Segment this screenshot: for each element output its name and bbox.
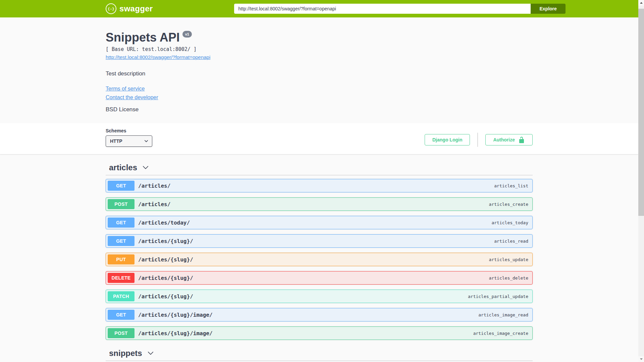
endpoint-row[interactable]: GET /articles/{slug}/ articles_read (106, 234, 533, 248)
operation-id: articles_create (489, 202, 528, 207)
endpoint-row[interactable]: PUT /articles/{slug}/ articles_update (106, 253, 533, 266)
swagger-logo-text: swagger (119, 4, 153, 13)
endpoint-row[interactable]: DELETE /articles/{slug}/ articles_delete (106, 271, 533, 285)
method-badge: PATCH (108, 291, 135, 301)
method-badge: GET (108, 236, 135, 246)
method-badge: DELETE (108, 273, 135, 283)
authorize-label: Authorize (493, 137, 515, 142)
section-header[interactable]: articles (106, 163, 533, 175)
endpoint-path: /articles/today/ (138, 220, 491, 226)
operation-id: articles_list (494, 183, 528, 188)
endpoint-path: /articles/ (138, 201, 489, 207)
endpoint-path: /articles/{slug}/ (138, 256, 489, 263)
swagger-logo-icon: {-} (106, 3, 116, 14)
base-url: [ Base URL: test.local:8002/ ] (106, 46, 533, 52)
sections: articles GET /articles/ articles_list PO… (106, 163, 533, 362)
django-login-button[interactable]: Django Login (425, 134, 470, 145)
operation-id: articles_image_create (473, 331, 528, 336)
spec-link[interactable]: http://test.local:8002/swagger/?format=o… (106, 54, 210, 60)
api-section: articles GET /articles/ articles_list PO… (106, 163, 533, 340)
section-header[interactable]: snippets (106, 349, 533, 361)
section-title: snippets (109, 349, 142, 358)
api-title: Snippets API (106, 32, 180, 44)
scrollbar-thumb[interactable] (638, 9, 644, 216)
endpoint-path: /articles/ (138, 183, 494, 189)
topbar: {-} swagger Explore (0, 0, 638, 17)
endpoint-row[interactable]: POST /articles/ articles_create (106, 197, 533, 211)
endpoint-row[interactable]: PATCH /articles/{slug}/ articles_partial… (106, 290, 533, 303)
contact-developer-link[interactable]: Contact the developer (106, 95, 158, 101)
arrow-down-icon (640, 358, 643, 360)
endpoint-path: /articles/{slug}/ (138, 293, 468, 300)
version-badge: v1 (182, 31, 192, 38)
endpoint-path: /articles/{slug}/ (138, 238, 494, 244)
authorize-button[interactable]: Authorize (485, 134, 533, 145)
django-login-label: Django Login (432, 137, 462, 142)
scrollbar[interactable] (638, 0, 644, 362)
endpoint-path: /articles/{slug}/ (138, 275, 489, 281)
operation-id: articles_read (494, 239, 528, 244)
endpoint-row[interactable]: GET /articles/{slug}/image/ articles_ima… (106, 308, 533, 321)
auth-separator (477, 133, 478, 147)
auth-wrapper: Django Login Authorize (425, 133, 533, 147)
swagger-logo: {-} swagger (106, 3, 153, 14)
scroll-up-arrow[interactable] (638, 0, 644, 6)
method-badge: PUT (108, 254, 135, 264)
swagger-page: {-} swagger Explore Snippets API v1 [ Ba… (0, 0, 638, 362)
terms-of-service-link[interactable]: Terms of service (106, 86, 145, 92)
endpoint-path: /articles/{slug}/image/ (138, 312, 478, 318)
scroll-down-arrow[interactable] (638, 356, 644, 362)
license-text: BSD License (106, 106, 533, 113)
chevron-down-icon (144, 139, 149, 143)
operation-id: articles_delete (489, 276, 528, 281)
arrow-up-icon (640, 2, 643, 4)
explore-button[interactable]: Explore (531, 4, 565, 14)
chevron-down-icon[interactable] (147, 350, 154, 357)
method-badge: POST (108, 199, 135, 209)
method-badge: GET (108, 310, 135, 320)
endpoint-path: /articles/{slug}/image/ (138, 330, 473, 337)
operation-id: articles_partial_update (468, 294, 528, 299)
section-title: articles (109, 163, 137, 172)
method-badge: GET (108, 181, 135, 191)
api-description: Test description (106, 70, 533, 77)
operations-list: GET /articles/ articles_list POST /artic… (106, 179, 533, 340)
api-section: snippets GET /snippets/ snippets_list (106, 349, 533, 362)
scheme-container: Schemes HTTP Django Login Authorize (0, 123, 638, 154)
download-url-wrapper: Explore (234, 4, 565, 14)
endpoint-row[interactable]: GET /articles/ articles_list (106, 179, 533, 192)
schemes-selected-value: HTTP (110, 138, 122, 144)
info-section: Snippets API v1 [ Base URL: test.local:8… (106, 17, 533, 113)
chevron-down-icon[interactable] (142, 164, 149, 171)
endpoint-row[interactable]: POST /articles/{slug}/image/ articles_im… (106, 326, 533, 340)
method-badge: POST (108, 328, 135, 338)
unlocked-padlock-icon (518, 136, 525, 143)
schemes-label: Schemes (106, 128, 152, 133)
spec-url-input[interactable] (234, 4, 531, 14)
operation-id: articles_update (489, 257, 528, 262)
method-badge: GET (108, 218, 135, 228)
operation-id: articles_image_read (478, 312, 528, 317)
operation-id: articles_today (491, 220, 528, 225)
endpoint-row[interactable]: GET /articles/today/ articles_today (106, 216, 533, 229)
schemes-select[interactable]: HTTP (106, 135, 152, 147)
schemes-block: Schemes HTTP (106, 128, 152, 147)
